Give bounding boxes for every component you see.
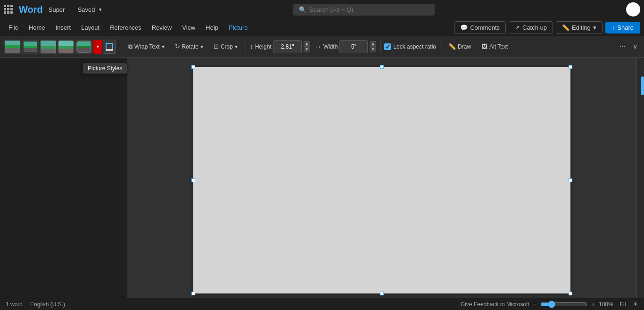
rotate-button[interactable]: ↻ Rotate ▾ bbox=[171, 40, 207, 54]
crop-icon: ⊡ bbox=[214, 43, 219, 50]
language: English (U.S.) bbox=[30, 301, 65, 308]
catch-icon: ↗ bbox=[515, 24, 520, 31]
alt-text-button[interactable]: 🖼 Alt Text bbox=[477, 40, 512, 54]
height-up-btn[interactable]: ▲ bbox=[304, 41, 310, 47]
menu-home[interactable]: Home bbox=[24, 22, 50, 33]
height-input[interactable] bbox=[273, 40, 302, 53]
lock-aspect-group: Lock aspect ratio bbox=[384, 43, 436, 50]
rotate-chevron: ▾ bbox=[200, 43, 203, 50]
fit-button[interactable]: Fit bbox=[617, 300, 629, 309]
title-bar: Word Super – Saved ▾ 🔍 bbox=[0, 0, 644, 19]
handle-ml[interactable] bbox=[191, 178, 195, 182]
style-btn-5[interactable] bbox=[75, 40, 92, 54]
title-right bbox=[626, 2, 640, 17]
zoom-out-icon[interactable]: − bbox=[533, 301, 537, 308]
width-up-btn[interactable]: ▲ bbox=[370, 41, 376, 47]
separator: – bbox=[69, 6, 73, 13]
menu-references[interactable]: References bbox=[105, 22, 146, 33]
border-color-btn[interactable] bbox=[103, 40, 116, 54]
handle-tr[interactable] bbox=[569, 65, 572, 69]
width-icon: ↔ bbox=[315, 43, 322, 50]
alt-text-icon: 🖼 bbox=[481, 43, 487, 50]
comments-icon: 💬 bbox=[460, 24, 468, 31]
height-icon: ↕ bbox=[250, 43, 253, 50]
search-input[interactable] bbox=[309, 6, 427, 13]
menu-file[interactable]: File bbox=[4, 22, 23, 33]
app-logo: Word bbox=[19, 4, 43, 15]
style-btn-4[interactable] bbox=[58, 40, 74, 54]
feedback-label[interactable]: Give Feedback to Microsoft bbox=[461, 301, 529, 308]
width-label: Width bbox=[323, 43, 338, 50]
sidebar-left bbox=[0, 58, 127, 298]
handle-bl[interactable] bbox=[191, 292, 195, 295]
saved-chevron[interactable]: ▾ bbox=[99, 7, 102, 13]
search-icon: 🔍 bbox=[299, 6, 306, 13]
style-btn-2[interactable] bbox=[22, 40, 39, 54]
rotate-icon: ↻ bbox=[175, 43, 180, 50]
sep2 bbox=[246, 40, 246, 53]
status-left: 1 word English (U.S.) bbox=[6, 301, 65, 308]
editing-chevron: ▾ bbox=[593, 24, 596, 31]
lock-aspect-checkbox[interactable] bbox=[384, 43, 391, 50]
zoom-slider[interactable] bbox=[540, 301, 587, 308]
wrap-text-chevron: ▾ bbox=[162, 43, 165, 50]
edit-icon: ✏️ bbox=[562, 24, 570, 31]
catch-button[interactable]: ↗ Catch up bbox=[509, 21, 553, 34]
crop-button[interactable]: ⊡ Crop ▾ bbox=[209, 40, 242, 54]
sep1 bbox=[120, 40, 120, 53]
menu-right: 💬 Comments ↗ Catch up ✏️ Editing ▾ ↑ Sha… bbox=[454, 21, 640, 34]
share-icon: ↑ bbox=[612, 24, 615, 31]
menu-layout[interactable]: Layout bbox=[76, 22, 104, 33]
document-page bbox=[193, 67, 570, 293]
sep4 bbox=[440, 40, 440, 53]
height-spinner: ▲ ▼ bbox=[304, 41, 310, 52]
menu-insert[interactable]: Insert bbox=[51, 22, 76, 33]
handle-mr[interactable] bbox=[569, 178, 572, 182]
svg-rect-0 bbox=[106, 43, 113, 50]
crop-chevron: ▾ bbox=[235, 43, 238, 50]
wrap-text-icon: ⧉ bbox=[128, 43, 132, 50]
menu-help[interactable]: Help bbox=[201, 22, 223, 33]
height-label: Height bbox=[255, 43, 272, 50]
menu-picture[interactable]: Picture bbox=[224, 22, 252, 33]
status-bar: 1 word English (U.S.) Give Feedback to M… bbox=[0, 298, 644, 310]
apps-icon[interactable] bbox=[4, 5, 13, 14]
ribbon-expand[interactable]: ∨ bbox=[630, 42, 640, 51]
width-group: ↔ Width ▲ ▼ bbox=[315, 40, 377, 53]
right-panel bbox=[636, 58, 644, 298]
saved-status: Saved bbox=[78, 6, 95, 13]
width-down-btn[interactable]: ▼ bbox=[370, 47, 376, 52]
menu-bar: File Home Insert Layout References Revie… bbox=[0, 19, 644, 36]
style-btn-3[interactable] bbox=[40, 40, 57, 54]
doc-title: Super bbox=[49, 6, 65, 13]
handle-tl[interactable] bbox=[191, 65, 195, 69]
handle-bc[interactable] bbox=[380, 292, 384, 295]
search-bar[interactable]: 🔍 bbox=[293, 4, 435, 16]
main-content bbox=[0, 58, 644, 298]
menu-view[interactable]: View bbox=[177, 22, 200, 33]
sep3 bbox=[380, 40, 380, 53]
picture-styles-group: ▾ bbox=[4, 40, 116, 54]
comments-button[interactable]: 💬 Comments bbox=[454, 21, 506, 34]
more-button[interactable]: ··· bbox=[617, 41, 628, 52]
handle-tc[interactable] bbox=[380, 65, 384, 69]
zoom-percent: 100% bbox=[599, 301, 613, 308]
height-group: ↕ Height ▲ ▼ bbox=[250, 40, 310, 53]
share-button[interactable]: ↑ Share bbox=[605, 22, 640, 34]
style-btn-1[interactable] bbox=[4, 40, 21, 54]
wrap-text-button[interactable]: ⧉ Wrap Text ▾ bbox=[124, 40, 169, 54]
status-right: Give Feedback to Microsoft − + 100% Fit … bbox=[461, 300, 638, 309]
editing-button[interactable]: ✏️ Editing ▾ bbox=[556, 21, 603, 34]
user-avatar[interactable] bbox=[626, 2, 640, 17]
zoom-in-icon[interactable]: + bbox=[591, 301, 595, 308]
document-area[interactable] bbox=[127, 58, 636, 298]
draw-icon: ✏️ bbox=[448, 43, 456, 50]
styles-dropdown-btn[interactable]: ▾ bbox=[93, 40, 102, 54]
draw-button[interactable]: ✏️ Draw bbox=[444, 40, 475, 54]
width-input[interactable] bbox=[339, 40, 368, 53]
word-count: 1 word bbox=[6, 301, 23, 308]
menu-review[interactable]: Review bbox=[147, 22, 177, 33]
brightness-icon[interactable]: ☀ bbox=[633, 301, 638, 308]
handle-br[interactable] bbox=[569, 292, 572, 295]
height-down-btn[interactable]: ▼ bbox=[304, 47, 310, 52]
